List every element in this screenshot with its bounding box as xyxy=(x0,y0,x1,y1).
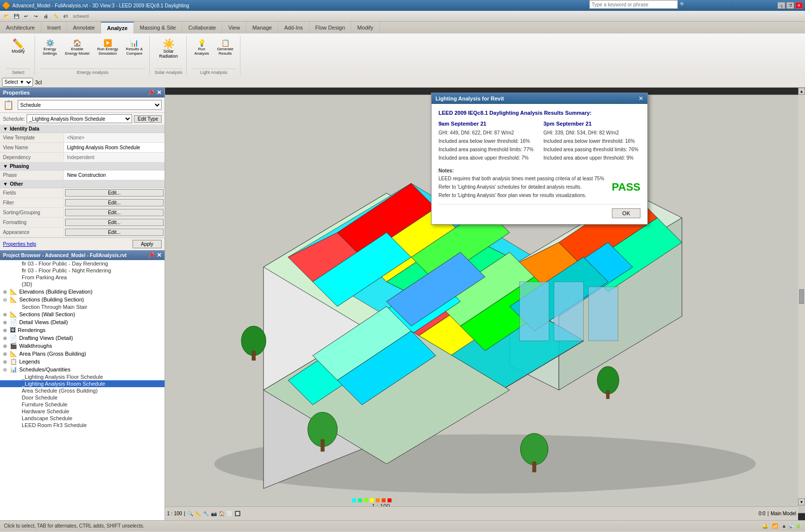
tab-massing[interactable]: Massing & Site xyxy=(134,22,182,33)
results-icon: 📊 xyxy=(130,39,138,47)
scroll-down-btn[interactable]: ▼ xyxy=(798,499,805,505)
measure-btn[interactable]: 📏 xyxy=(51,12,60,21)
schedules-label: Schedules/Quantities xyxy=(19,366,70,372)
browser-close-btn[interactable]: ✕ xyxy=(157,252,162,259)
tree-item-main-stair[interactable]: Section Through Main Stair xyxy=(0,303,165,310)
enable-energy-btn[interactable]: 🏠 EnableEnergy Model xyxy=(63,37,92,57)
help-search-btn[interactable]: 🔍 xyxy=(775,1,784,10)
solar-group-content: ☀️ SolarRadiation xyxy=(156,35,181,67)
col2-row4: Included area above upper threshold: 9% xyxy=(543,155,640,162)
help-btn[interactable]: ? xyxy=(786,1,795,10)
results-compare-btn[interactable]: 📊 Results &Compare xyxy=(124,37,145,57)
scroll-track-bottom xyxy=(798,305,805,499)
tab-insert[interactable]: Insert xyxy=(41,22,67,33)
tree-group-elevations[interactable]: ⊕ 📐 Elevations (Building Elevation) xyxy=(0,288,165,296)
browser-pin-btn[interactable]: 📌 xyxy=(147,252,155,259)
tree-item-furniture-schedule[interactable]: Furniture Schedule xyxy=(0,401,165,408)
tree-group-sections-wall[interactable]: ⊕ 📐 Sections (Wall Section) xyxy=(0,310,165,318)
edit-type-btn[interactable]: Edit Type xyxy=(134,115,162,123)
tab-view[interactable]: View xyxy=(222,22,246,33)
apply-btn[interactable]: Apply xyxy=(133,240,162,248)
save-btn[interactable]: 💾 xyxy=(12,12,21,21)
tab-analyze[interactable]: Analyze xyxy=(101,22,134,33)
prop-type-dropdown[interactable]: Schedule xyxy=(18,100,162,110)
tree-item-flr03-day[interactable]: flr 03 - Floor Public - Day Rendering xyxy=(0,260,165,267)
col1-header: 9am September 21 xyxy=(438,121,536,127)
tree-item-parking[interactable]: From Parking Area xyxy=(0,274,165,281)
prop-schedule-dropdown[interactable]: _Lighting Analysis Room Schedule xyxy=(27,114,132,123)
tree-item-lighting-floor[interactable]: _Lighting Analysis Floor Schedule xyxy=(0,373,165,380)
tree-group-drafting[interactable]: ⊕ 📄 Drafting Views (Detail) xyxy=(0,334,165,342)
energy-settings-btn[interactable]: ⚙️ EnergySettings xyxy=(40,37,60,57)
formatting-edit-btn[interactable]: Edit... xyxy=(65,219,164,226)
tree-item-lighting-room[interactable]: _Lighting Analysis Room Schedule xyxy=(0,380,165,387)
view-icon1[interactable]: 🔍 xyxy=(187,511,193,516)
tree-group-area-plans[interactable]: ⊕ 📐 Area Plans (Gross Building) xyxy=(0,350,165,358)
tab-annotate[interactable]: Annotate xyxy=(67,22,101,33)
tree-item-area-schedule[interactable]: Area Schedule (Gross Building) xyxy=(0,387,165,394)
tab-addins[interactable]: Add-Ins xyxy=(278,22,309,33)
tag-btn[interactable]: 🏷 xyxy=(61,12,70,21)
view-icon7[interactable]: 🔲 xyxy=(235,511,240,516)
tree-item-flr03-night[interactable]: flr 03 - Floor Public - Night Rendering xyxy=(0,267,165,274)
run-analysis-btn[interactable]: 💡 RunAnalysis xyxy=(192,37,211,57)
view-icon5[interactable]: 🏠 xyxy=(219,511,225,516)
tab-modify[interactable]: Modify xyxy=(351,22,379,33)
other-section[interactable]: ▼ Other xyxy=(0,180,165,188)
view-icon3[interactable]: 🔧 xyxy=(203,511,209,516)
view-icon2[interactable]: 📐 xyxy=(195,511,201,516)
scroll-up-btn[interactable]: ▲ xyxy=(798,88,805,95)
tree-group-legends[interactable]: ⊕ 📋 Legends xyxy=(0,358,165,366)
tree-item-leed-schedule[interactable]: LEED Room Flr3 Schedule xyxy=(0,422,165,429)
view-name-value[interactable]: Lighting Analysis Room Schedule xyxy=(64,143,165,152)
search-icon[interactable]: 🔍 xyxy=(678,0,687,9)
detail-views-label: Detail Views (Detail) xyxy=(19,319,68,325)
properties-help-link[interactable]: Properties help xyxy=(3,241,36,247)
tab-collaborate[interactable]: Collaborate xyxy=(182,22,222,33)
properties-header: Properties 📌 ✕ xyxy=(0,88,165,98)
phase-value[interactable]: New Construction xyxy=(64,170,165,180)
renderings-expand-icon: ⊕ xyxy=(3,328,9,333)
run-energy-btn[interactable]: ▶️ Run EnergySimulation xyxy=(95,37,120,57)
tree-group-detail-views[interactable]: ⊕ 📄 Detail Views (Detail) xyxy=(0,318,165,326)
generate-results-btn[interactable]: 📋 GenerateResults xyxy=(214,37,235,57)
fields-edit-btn[interactable]: Edit... xyxy=(65,189,164,197)
appearance-edit-btn[interactable]: Edit... xyxy=(65,229,164,236)
tree-group-schedules[interactable]: ⊖ 📊 Schedules/Quantities xyxy=(0,366,165,373)
undo-btn[interactable]: ↩ xyxy=(22,12,31,21)
properties-pin-btn[interactable]: 📌 xyxy=(147,89,155,96)
prop-row-formatting: Formatting Edit... xyxy=(0,218,165,228)
print-btn[interactable]: 🖨 xyxy=(41,12,50,21)
tree-group-sections-building[interactable]: ⊖ 📐 Sections (Building Section) xyxy=(0,296,165,303)
dialog-close-btn[interactable]: ✕ xyxy=(638,95,643,102)
modify-btn[interactable]: ✏️ Modify xyxy=(6,37,31,55)
view-icon4[interactable]: 📷 xyxy=(211,511,217,516)
search-input[interactable] xyxy=(589,0,678,9)
tab-manage[interactable]: Manage xyxy=(246,22,278,33)
scroll-thumb[interactable] xyxy=(799,289,804,304)
redo-btn[interactable]: ↪ xyxy=(32,12,40,21)
identity-data-section[interactable]: ▼ Identity Data xyxy=(0,125,165,133)
tab-architecture[interactable]: Architecture xyxy=(0,22,41,33)
view-icon6[interactable]: ⬜ xyxy=(227,511,233,516)
select-dropdown[interactable]: Select ▼ xyxy=(2,78,33,87)
tree-item-landscape-schedule[interactable]: Landscape Schedule xyxy=(0,415,165,422)
phasing-section[interactable]: ▼ Phasing xyxy=(0,163,165,170)
tree-item-3d[interactable]: {3D} xyxy=(0,281,165,288)
solar-radiation-btn[interactable]: ☀️ SolarRadiation xyxy=(156,37,181,60)
dialog-ok-btn[interactable]: OK xyxy=(612,208,640,218)
filter-edit-btn[interactable]: Edit... xyxy=(65,199,164,206)
filter-label: Filter xyxy=(0,198,64,207)
schedules-icon: 📊 xyxy=(10,366,17,373)
properties-close-btn[interactable]: ✕ xyxy=(157,89,162,96)
ribbon-group-modify: ✏️ Modify Select xyxy=(2,35,35,75)
note-row3: Refer to 'Lighting Analysis' floor plan … xyxy=(438,192,640,199)
tab-flowdesign[interactable]: Flow Design xyxy=(309,22,352,33)
tree-group-renderings[interactable]: ⊕ 🖼 Renderings xyxy=(0,326,165,334)
open-btn[interactable]: 📂 xyxy=(2,12,11,21)
tree-group-walkthroughs[interactable]: ⊕ 🎬 Walkthroughs xyxy=(0,342,165,350)
tree-item-door-schedule[interactable]: Door Schedule xyxy=(0,394,165,401)
tree-item-hardware-schedule[interactable]: Hardware Schedule xyxy=(0,408,165,415)
sorting-edit-btn[interactable]: Edit... xyxy=(65,209,164,216)
close-btn[interactable]: ✕ xyxy=(795,2,803,9)
